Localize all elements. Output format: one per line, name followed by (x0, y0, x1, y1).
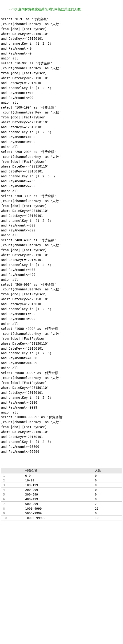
table-header: 付费金额 人数 (1, 468, 122, 473)
cell-feiyejiné: 1000-4999 (23, 506, 93, 511)
table-row: 210-990 (1, 478, 122, 482)
code-line: and PayAmount<=199 (1, 140, 122, 144)
table-row: 6400-4990 (1, 497, 122, 502)
cell-feiyejiné: 500-999 (23, 502, 93, 506)
code-line: and PayAmount<=9999 (1, 405, 122, 410)
code-line: and DateKey>='20150101' (1, 80, 122, 86)
col-header-renshu: 人数 (93, 468, 122, 473)
code-line: union all (1, 322, 122, 326)
cell-feiyejiné: 5000-9999 (23, 511, 93, 516)
code-line: from [dbo].[FactPayUser] (1, 115, 122, 120)
table-body: 10-90210-9903100-19904200-29905300-39906… (1, 473, 122, 520)
code-line: union all (1, 233, 122, 238)
code-line: and PayAmount<=399 (1, 228, 122, 233)
code-line: ,count(channelUserKey) as '人数' (1, 420, 122, 424)
code-line: and DateKey>='20150101' (1, 36, 122, 41)
code-line: from [dbo].[FactPayUser] (1, 71, 122, 76)
code-line: and channelKey in (1，2，5） (1, 130, 122, 135)
code-line: select '300-399' as '付费金额' (1, 194, 122, 198)
code-line: where DateKey<='20150110' (1, 76, 122, 80)
col-header-blank (1, 468, 23, 473)
cell-renshu: 0 (93, 497, 122, 502)
code-line: and DateKey>='20150101' (1, 302, 122, 306)
code-line: ,count(channelUserKey) as '人数' (1, 154, 122, 159)
code-line: and PayAmount<=299 (1, 184, 122, 189)
row-number: 1 (1, 473, 23, 478)
code-line: ,count(channelUserKey) as '人数' (1, 331, 122, 336)
code-line: select '500-999' as '付费金额' (1, 282, 122, 287)
code-line: from [dbo].[FactPayUser] (1, 204, 122, 208)
code-block: --SQL查询付费额度在某段时间内某些渠道的人数 select '0-9' as… (0, 0, 123, 466)
code-line: and channelKey in (1，2，5） (1, 306, 122, 312)
row-number: 7 (1, 502, 23, 506)
cell-feiyejiné: 10000-99999 (23, 516, 93, 520)
result-table: 付费金额 人数 10-90210-9903100-19904200-299053… (1, 468, 122, 520)
cell-feiyejiné: 200-299 (23, 487, 93, 492)
code-line: where DateKey<='20150110' (1, 32, 122, 36)
code-line: and PayAmount>=100 (1, 135, 122, 140)
code-line: ,count(channelUserKey) as '人数' (1, 287, 122, 292)
code-line: and PayAmount>=300 (1, 223, 122, 228)
code-line: and PayAmount<=9 (1, 51, 122, 56)
code-line: and PayAmount>=200 (1, 179, 122, 184)
code-line: where DateKey<='20150110' (1, 341, 122, 346)
code-line: select '10-99' as '付费金额' (1, 61, 122, 66)
cell-feiyejiné: 400-499 (23, 497, 93, 502)
code-line: and PayAmount>=5000 (1, 400, 122, 405)
table-row: 4200-2990 (1, 487, 122, 492)
code-line: from [dbo].[FactPayUser] (1, 159, 122, 164)
cell-renshu: 0 (93, 511, 122, 516)
code-line: union all (1, 189, 122, 194)
code-line: and PayAmount>=0 (1, 46, 122, 51)
code-line: union all (1, 366, 122, 370)
cell-feiyejiné: 10-99 (23, 478, 93, 482)
code-line: and channelKey in (1，2，5） (1, 218, 122, 223)
code-line: where DateKey<='20150110' (1, 252, 122, 258)
cell-renshu: 0 (93, 482, 122, 487)
cell-renshu: 10 (93, 516, 122, 520)
result-table-container: 付费金额 人数 10-90210-9903100-19904200-299053… (0, 468, 123, 523)
code-line: union all (1, 144, 122, 150)
code-line: from [dbo].[FactPayUser] (1, 424, 122, 430)
code-line: ,count(channelUserKey) as '人数' (1, 66, 122, 71)
code-line: select '10000-99999' as '付费金额' (1, 415, 122, 420)
code-line: from [dbo].[FactPayUser] (1, 336, 122, 341)
code-line: and channelKey in (1，2，5） (1, 439, 122, 444)
code-line: and PayAmount<=4999 (1, 361, 122, 366)
code-line: ,count(channelUserKey) as '人数' (1, 110, 122, 115)
row-number: 8 (1, 506, 23, 511)
code-line: and DateKey>='20150101' (1, 169, 122, 174)
code-line: and PayAmount>=10000 (1, 444, 122, 449)
code-line: and PayAmount>=1000 (1, 356, 122, 361)
cell-renshu: 0 (93, 478, 122, 482)
code-line: and channelKey in (1，2，5） (1, 395, 122, 400)
code-line: union all (1, 410, 122, 415)
code-line: and PayAmount>=500 (1, 312, 122, 316)
code-line: where DateKey<='20150110' (1, 208, 122, 213)
cell-renshu: 0 (93, 487, 122, 492)
cell-feiyejiné: 300-399 (23, 492, 93, 497)
code-line: from [dbo].[FactPayUser] (1, 380, 122, 385)
code-line: where DateKey<='20150110' (1, 297, 122, 302)
code-line: union all (1, 277, 122, 282)
cell-feiyejiné: 0-9 (23, 473, 93, 478)
table-row: 81000-499923 (1, 506, 122, 511)
row-number: 6 (1, 497, 23, 502)
row-number: 3 (1, 482, 23, 487)
code-line: where DateKey<='20150110' (1, 430, 122, 434)
code-line: and DateKey>='20150101' (1, 213, 122, 218)
cell-renshu: 0 (93, 492, 122, 497)
code-line: and PayAmount<=99999 (1, 449, 122, 454)
code-lines: select '0-9' as '付费金额',count(channelUser… (1, 17, 122, 454)
row-number: 9 (1, 511, 23, 516)
code-line: and PayAmount>=10 (1, 90, 122, 96)
row-number: 4 (1, 487, 23, 492)
code-line: where DateKey<='20150110' (1, 385, 122, 390)
table-row: 7500-9997 (1, 502, 122, 506)
code-line: and PayAmount<=499 (1, 272, 122, 277)
code-line: from [dbo].[FactPayUser] (1, 248, 122, 252)
code-line: from [dbo].[FactPayUser] (1, 292, 122, 297)
code-line: union all (1, 56, 122, 61)
cell-feiyejiné: 100-199 (23, 482, 93, 487)
code-line: and channelKey in (1，2，5） (1, 41, 122, 46)
